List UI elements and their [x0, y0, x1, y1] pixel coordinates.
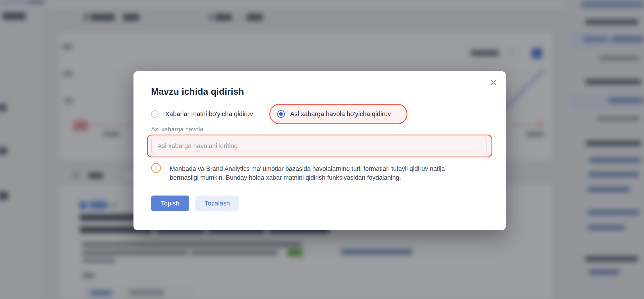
radio-option-label: Xabarlar matni bo'yicha qidiruv [165, 110, 253, 118]
warning-icon: ! [151, 163, 161, 173]
warning-line-1: Manbada va Brand Analytics ma'lumotlar b… [170, 164, 445, 173]
link-input[interactable] [151, 138, 487, 154]
link-field-label: Asl xabarga havola [151, 126, 203, 133]
clear-button[interactable]: Tozalash [195, 196, 239, 211]
close-icon [490, 79, 497, 86]
radio-unselected-icon [151, 110, 159, 118]
radio-option-text-search[interactable]: Xabarlar matni bo'yicha qidiruv [151, 110, 253, 118]
close-button[interactable] [488, 77, 499, 88]
radio-option-label: Asl xabarga havola bo'yicha qidiruv [290, 110, 391, 118]
warning-line-2: bermasligi mumkin. Bunday holda xabar ma… [170, 173, 445, 182]
modal-title: Mavzu ichida qidirish [151, 86, 244, 98]
app-root: { "modal": { "title": "Mavzu ichida qidi… [0, 0, 644, 299]
radio-option-link-search[interactable]: Asl xabarga havola bo'yicha qidiruv [269, 104, 407, 124]
radio-selected-icon [277, 110, 285, 118]
find-button[interactable]: Topish [151, 196, 189, 211]
search-in-topic-modal: Mavzu ichida qidirish Xabarlar matni bo'… [133, 71, 506, 230]
warning-text: Manbada va Brand Analytics ma'lumotlar b… [170, 164, 445, 182]
